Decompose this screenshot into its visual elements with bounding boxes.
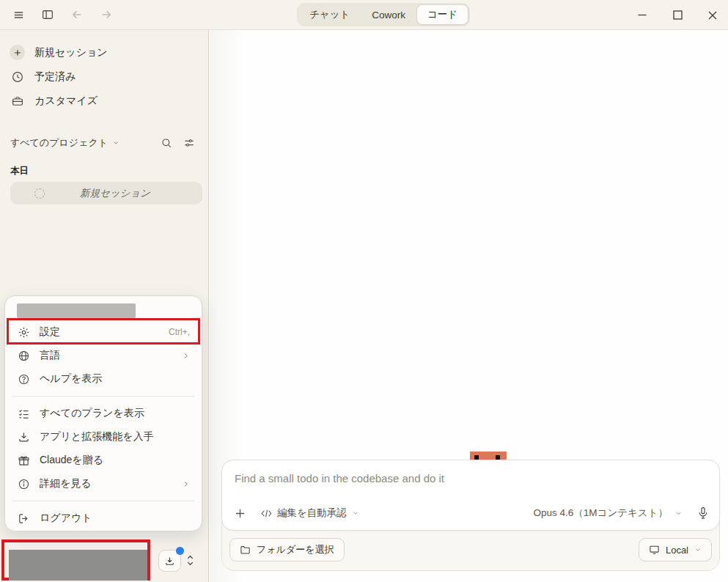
download-icon: [17, 431, 30, 443]
menu-item-gift-claude[interactable]: Claudeを贈る: [10, 449, 197, 472]
session-list-item[interactable]: 新規セッション: [10, 182, 202, 205]
in-progress-spinner-icon: [34, 188, 45, 199]
download-tray-icon: [164, 556, 175, 567]
menu-divider: [12, 396, 194, 397]
globe-icon: [17, 350, 30, 362]
update-download-button[interactable]: [158, 550, 181, 572]
menu-item-label: Claudeを贈る: [40, 454, 103, 467]
main-content: 編集を自動承認 Opus 4.6（1Mコンテキスト）: [210, 30, 728, 582]
checklist-icon: [17, 408, 30, 420]
sidebar-toggle-icon[interactable]: [38, 5, 57, 24]
sidebar-item-scheduled[interactable]: 予定済み: [0, 65, 208, 89]
select-folder-button[interactable]: フォルダーを選択: [229, 538, 345, 561]
menu-item-label: すべてのプランを表示: [40, 407, 144, 420]
app-window: チャット Cowork コード 新規セッション: [0, 0, 728, 582]
folder-icon: [240, 545, 251, 555]
gear-icon: [17, 326, 30, 339]
sidebar-item-label: 新規セッション: [34, 46, 108, 59]
chevron-down-icon: [352, 509, 359, 517]
account-menu-popup: 設定 Ctrl+, 言語 ヘルプを表示 すべてのプランを表示: [4, 295, 202, 531]
composer-toolbar: 編集を自動承認 Opus 4.6（1Mコンテキスト）: [234, 504, 709, 522]
environment-label: Local: [666, 545, 688, 556]
question-circle-icon: [17, 373, 30, 386]
search-icon[interactable]: [161, 137, 172, 149]
minimize-icon[interactable]: [637, 10, 647, 21]
menu-item-logout[interactable]: ログアウト: [10, 507, 197, 530]
mode-tab-group: チャット Cowork コード: [297, 3, 470, 26]
menu-item-plans[interactable]: すべてのプランを表示: [10, 402, 197, 425]
tab-chat[interactable]: チャット: [298, 4, 361, 25]
project-filter-label: すべてのプロジェクト: [10, 136, 108, 150]
forward-arrow-icon[interactable]: [97, 5, 116, 24]
clock-icon: [10, 70, 25, 84]
tab-code[interactable]: コード: [416, 4, 468, 25]
chevron-down-icon: [694, 546, 702, 553]
auto-approve-dropdown[interactable]: 編集を自動承認: [261, 507, 359, 520]
account-info-redacted[interactable]: [9, 550, 147, 581]
menu-item-label: ヘルプを表示: [40, 372, 102, 386]
chevron-right-icon: [182, 480, 190, 488]
window-controls: [637, 0, 728, 30]
logout-icon: [17, 512, 30, 525]
attach-plus-icon[interactable]: [234, 507, 246, 520]
menu-item-label: 詳細を見る: [40, 477, 92, 490]
menu-item-label: ログアウト: [40, 512, 92, 525]
menu-item-get-apps[interactable]: アプリと拡張機能を入手: [10, 425, 197, 449]
monitor-icon: [649, 545, 660, 555]
menu-item-help[interactable]: ヘルプを表示: [10, 367, 197, 391]
back-arrow-icon[interactable]: [67, 5, 87, 24]
maximize-icon[interactable]: [672, 10, 683, 21]
close-icon[interactable]: [707, 10, 718, 21]
menu-item-label: 言語: [40, 349, 60, 362]
composer-container: 編集を自動承認 Opus 4.6（1Mコンテキスト）: [221, 460, 720, 571]
code-icon: [261, 509, 272, 518]
prompt-input-card: 編集を自動承認 Opus 4.6（1Mコンテキスト）: [221, 460, 720, 531]
project-filter-dropdown[interactable]: すべてのプロジェクト: [10, 136, 120, 150]
sidebar-item-label: 予定済み: [34, 70, 76, 84]
hamburger-menu-icon[interactable]: [9, 5, 28, 24]
titlebar: チャット Cowork コード: [0, 0, 728, 30]
microphone-icon[interactable]: [697, 507, 709, 520]
tab-cowork[interactable]: Cowork: [361, 4, 416, 25]
collapse-expand-control[interactable]: [185, 554, 195, 567]
menu-divider: [12, 501, 194, 501]
notification-dot: [176, 547, 184, 555]
up-down-chevrons-icon: [185, 554, 195, 567]
auto-approve-label: 編集を自動承認: [277, 507, 347, 520]
model-label: Opus 4.6（1Mコンテキスト）: [534, 507, 668, 520]
gift-icon: [17, 454, 30, 467]
sidebar-item-new-session[interactable]: 新規セッション: [0, 40, 208, 65]
filter-sliders-icon[interactable]: [183, 137, 195, 149]
info-circle-icon: [17, 478, 30, 490]
menu-item-label: アプリと拡張機能を入手: [40, 430, 154, 443]
shortcut-text: Ctrl+,: [169, 327, 190, 337]
plus-icon: [10, 45, 25, 60]
menu-item-learn-more[interactable]: 詳細を見る: [10, 472, 197, 496]
today-section-header: 本日: [10, 165, 208, 177]
composer-bottom-bar: フォルダーを選択 Local: [229, 538, 712, 561]
prompt-input[interactable]: [235, 469, 696, 487]
sidebar-item-label: カスタマイズ: [34, 95, 98, 108]
chevron-down-icon: [674, 509, 683, 517]
menu-item-language[interactable]: 言語: [10, 344, 197, 367]
model-selector-dropdown[interactable]: Opus 4.6（1Mコンテキスト）: [534, 507, 683, 520]
menu-item-settings[interactable]: 設定 Ctrl+,: [10, 320, 197, 344]
select-folder-label: フォルダーを選択: [257, 543, 334, 556]
sidebar-item-customize[interactable]: カスタマイズ: [0, 89, 208, 113]
account-name-redacted: [17, 303, 136, 318]
red-annotation-account: [1, 539, 150, 581]
chevron-right-icon: [182, 352, 190, 360]
session-item-label: 新規セッション: [80, 187, 150, 200]
toolbox-icon: [10, 95, 25, 108]
project-filter-row: すべてのプロジェクト: [0, 131, 208, 155]
menu-item-label: 設定: [40, 325, 60, 339]
environment-selector-button[interactable]: Local: [639, 538, 712, 561]
chevron-down-icon: [112, 139, 120, 147]
